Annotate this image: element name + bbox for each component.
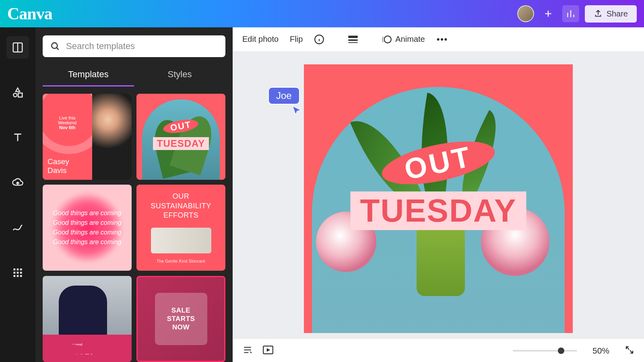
lines-icon (347, 35, 359, 44)
animate-button[interactable]: Animate (382, 34, 425, 45)
template-panel: Templates Styles Live this Weekend Nov 6… (35, 27, 233, 362)
more-button[interactable] (436, 38, 448, 41)
template-thumbnail[interactable]: SALE STARTS NOW (136, 276, 225, 362)
zoom-slider[interactable] (513, 350, 577, 352)
svg-rect-7 (17, 272, 19, 274)
notes-icon (242, 345, 253, 355)
template-text: SALE (171, 306, 190, 315)
template-text: RUN CLUB! (48, 347, 126, 356)
notes-button[interactable] (242, 345, 253, 357)
add-user-button[interactable] (540, 5, 557, 22)
search-input[interactable] (43, 35, 225, 57)
rail-elements-icon[interactable] (6, 81, 29, 104)
design-canvas[interactable]: OUT TUESDAY (304, 64, 573, 333)
svg-point-20 (444, 38, 447, 40)
search-field[interactable] (66, 41, 218, 51)
avatar[interactable] (517, 5, 534, 22)
svg-rect-15 (349, 39, 358, 41)
tab-templates[interactable]: Templates (43, 65, 134, 86)
flip-button[interactable]: Flip (290, 35, 303, 44)
template-text: SUSTAINABILITY (151, 202, 211, 211)
side-rail (0, 27, 35, 362)
svg-rect-3 (14, 269, 16, 271)
template-text: OUR (151, 192, 211, 201)
template-text: Good things are coming (53, 228, 122, 237)
template-thumbnail[interactable]: Join us on our next RUN CLUB! (43, 276, 132, 362)
svg-rect-14 (349, 35, 358, 38)
svg-rect-8 (20, 272, 22, 274)
template-grid: Live this Weekend Nov 6th Casey Davis (43, 94, 225, 362)
edit-photo-button[interactable]: Edit photo (242, 35, 279, 44)
svg-rect-9 (14, 275, 16, 277)
template-text: EFFORTS (151, 211, 211, 220)
rail-draw-icon[interactable] (6, 216, 29, 239)
analytics-button[interactable] (562, 5, 579, 22)
template-text: Good things are coming (53, 218, 122, 228)
svg-point-18 (437, 38, 439, 40)
collaborator-name: Joe (268, 87, 300, 105)
rail-uploads-icon[interactable] (6, 171, 29, 194)
template-thumbnail[interactable]: OUT TUESDAY (136, 94, 225, 180)
svg-point-17 (384, 36, 391, 43)
cursor-icon (291, 105, 303, 117)
share-button[interactable]: Share (585, 5, 637, 23)
rail-templates-icon[interactable] (6, 36, 29, 59)
svg-rect-11 (20, 275, 22, 277)
template-thumbnail[interactable]: OUR SUSTAINABILITY EFFORTS The Gentle Ki… (136, 185, 225, 271)
svg-point-12 (52, 43, 57, 48)
template-text: Good things are coming (53, 237, 122, 247)
play-icon (262, 345, 274, 355)
svg-rect-2 (18, 93, 22, 97)
canvas-viewport[interactable]: OUT TUESDAY Joe (233, 51, 644, 339)
template-text: Weekend (47, 120, 87, 125)
svg-rect-6 (14, 272, 16, 274)
template-text: Live this (47, 115, 87, 120)
upload-icon (594, 9, 603, 18)
canvas-column: Edit photo Flip Animate (233, 27, 644, 362)
info-button[interactable] (314, 34, 324, 45)
info-icon (314, 34, 324, 45)
collaborator-cursor: Joe (268, 87, 300, 105)
share-label: Share (607, 9, 628, 19)
template-text: Nov 6th (47, 125, 87, 130)
svg-point-19 (441, 38, 443, 40)
template-thumbnail[interactable]: Live this Weekend Nov 6th Casey Davis (43, 94, 132, 180)
expand-icon (625, 345, 634, 355)
template-text: Davis (47, 166, 87, 175)
svg-point-1 (13, 93, 17, 97)
search-icon (50, 41, 60, 51)
template-text: NOW (172, 323, 190, 331)
template-thumbnail[interactable]: Good things are coming Good things are c… (43, 185, 132, 271)
border-weight-button[interactable] (347, 35, 359, 44)
svg-rect-10 (17, 275, 19, 277)
panel-tabs: Templates Styles (43, 65, 225, 86)
rail-apps-icon[interactable] (6, 261, 29, 284)
animate-icon (382, 34, 392, 45)
context-toolbar: Edit photo Flip Animate (233, 27, 644, 51)
svg-rect-5 (20, 269, 22, 271)
present-button[interactable] (262, 345, 274, 356)
app-header: Canva Share (0, 0, 644, 27)
template-text: Good things are coming (53, 208, 122, 218)
canvas-text-tuesday[interactable]: TUESDAY (351, 191, 526, 230)
tab-styles[interactable]: Styles (134, 65, 225, 86)
fullscreen-button[interactable] (625, 345, 634, 356)
more-icon (436, 38, 448, 41)
canva-logo[interactable]: Canva (7, 4, 52, 23)
template-text: The Gentle Kind Skincare (157, 259, 205, 263)
rail-text-icon[interactable] (6, 126, 29, 149)
svg-rect-4 (17, 269, 19, 271)
zoom-level[interactable]: 50% (592, 346, 609, 356)
template-text: STARTS (167, 315, 195, 323)
svg-rect-16 (349, 42, 358, 43)
template-text: Casey (47, 157, 87, 166)
template-text: Join us on our next (48, 343, 126, 347)
template-text: TUESDAY (153, 137, 209, 150)
canvas-footer: 50% (233, 339, 644, 362)
animate-label: Animate (395, 35, 425, 44)
